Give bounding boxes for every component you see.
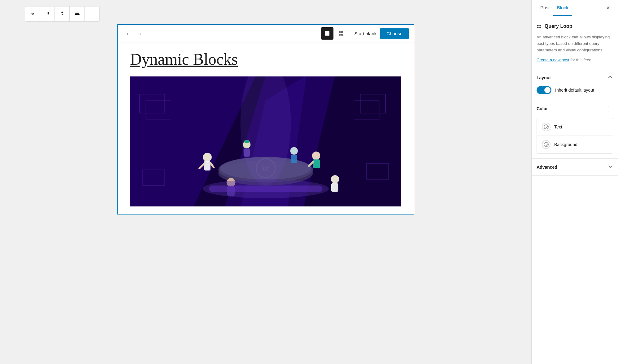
grid-view-btn[interactable]	[335, 27, 347, 40]
block-description: An advanced block that allows displaying…	[537, 34, 613, 53]
start-blank-label: Start blank	[355, 31, 377, 36]
layout-collapse-icon	[607, 74, 613, 81]
align-toolbar-btn[interactable]	[70, 6, 85, 21]
drag-icon: ⠿	[46, 11, 49, 16]
next-icon: ›	[139, 30, 141, 37]
move-icon	[59, 11, 65, 18]
inherit-layout-row: Inherit default layout	[537, 86, 613, 94]
sidebar: Post Block × ∞ Query Loop An advanced bl…	[531, 0, 618, 364]
create-post-row: Create a new post for this feed.	[537, 57, 613, 63]
color-options-list: Text Background	[537, 118, 613, 154]
color-panel-header: Color ⋮	[532, 99, 618, 118]
drag-toolbar-btn[interactable]: ⠿	[40, 6, 55, 21]
svg-rect-5	[341, 31, 343, 33]
choose-btn[interactable]: Choose	[380, 28, 409, 39]
text-color-circle	[542, 123, 551, 131]
svg-rect-42	[209, 186, 323, 192]
svg-point-29	[312, 152, 320, 160]
svg-rect-30	[313, 159, 320, 168]
prev-arrow-btn[interactable]: ‹	[123, 28, 133, 38]
toggle-knob	[544, 87, 551, 93]
single-view-btn[interactable]	[321, 27, 333, 40]
block-info-section: ∞ Query Loop An advanced block that allo…	[532, 16, 618, 69]
svg-rect-7	[341, 34, 343, 36]
color-more-options-btn[interactable]: ⋮	[603, 104, 613, 113]
svg-point-36	[290, 147, 298, 155]
color-panel: Color ⋮ Text Background	[532, 99, 618, 159]
hero-image: W	[130, 76, 401, 206]
svg-rect-3	[325, 31, 329, 36]
svg-rect-4	[339, 31, 341, 33]
more-toolbar-btn[interactable]: ⋮	[85, 6, 99, 21]
advanced-expand-icon	[607, 164, 613, 171]
create-new-post-link[interactable]: Create a new post	[537, 58, 569, 62]
block-inner-toolbar: ‹ ›	[118, 25, 414, 42]
text-color-option[interactable]: Text	[537, 118, 613, 136]
tab-block[interactable]: Block	[553, 0, 572, 16]
layout-panel: Layout Inherit default layout	[532, 69, 618, 99]
prev-icon: ‹	[127, 30, 129, 37]
svg-rect-6	[339, 34, 341, 36]
background-color-option[interactable]: Background	[537, 136, 613, 153]
query-loop-icon: ∞	[537, 22, 542, 30]
svg-rect-1	[75, 13, 79, 14]
svg-rect-26	[204, 161, 210, 171]
block-content: Dynamic Blocks	[118, 42, 414, 214]
color-panel-title: Color	[537, 106, 548, 111]
layout-panel-title: Layout	[537, 75, 551, 80]
block-toolbar: ∞ ⠿ ⋮	[25, 6, 100, 22]
svg-rect-0	[75, 12, 80, 12]
svg-rect-37	[291, 155, 297, 163]
svg-rect-40	[244, 149, 250, 157]
align-center-icon	[74, 11, 80, 18]
next-arrow-btn[interactable]: ›	[135, 28, 145, 38]
svg-rect-35	[331, 183, 338, 192]
svg-point-34	[331, 175, 339, 183]
sidebar-tabs: Post Block ×	[532, 0, 618, 16]
advanced-panel-title: Advanced	[537, 165, 557, 170]
create-link-suffix: for this feed.	[569, 58, 593, 62]
tab-post[interactable]: Post	[537, 0, 553, 16]
inherit-layout-toggle[interactable]	[537, 86, 551, 94]
move-toolbar-btn[interactable]	[55, 6, 70, 21]
toolbar-actions: Start blank Choose	[355, 28, 409, 39]
svg-rect-2	[75, 14, 80, 15]
query-loop-block: ‹ ›	[117, 24, 414, 214]
background-color-label: Background	[554, 142, 577, 147]
block-name: Query Loop	[545, 24, 572, 29]
inherit-layout-label: Inherit default layout	[555, 88, 594, 93]
block-info-header: ∞ Query Loop	[537, 22, 613, 30]
svg-point-25	[203, 153, 212, 162]
view-icons	[321, 27, 347, 40]
link-toolbar-btn[interactable]: ∞	[25, 6, 40, 21]
advanced-panel: Advanced	[532, 159, 618, 176]
more-options-icon: ⋮	[89, 11, 95, 17]
close-sidebar-btn[interactable]: ×	[603, 3, 613, 13]
editor-area: ∞ ⠿ ⋮	[0, 0, 531, 364]
link-icon: ∞	[30, 11, 34, 17]
post-title: Dynamic Blocks	[130, 50, 401, 69]
svg-point-39	[244, 140, 250, 143]
layout-panel-body: Inherit default layout	[532, 86, 618, 99]
advanced-panel-header[interactable]: Advanced	[532, 159, 618, 176]
text-color-label: Text	[554, 124, 562, 129]
layout-panel-header[interactable]: Layout	[532, 69, 618, 86]
background-color-circle	[542, 140, 551, 149]
